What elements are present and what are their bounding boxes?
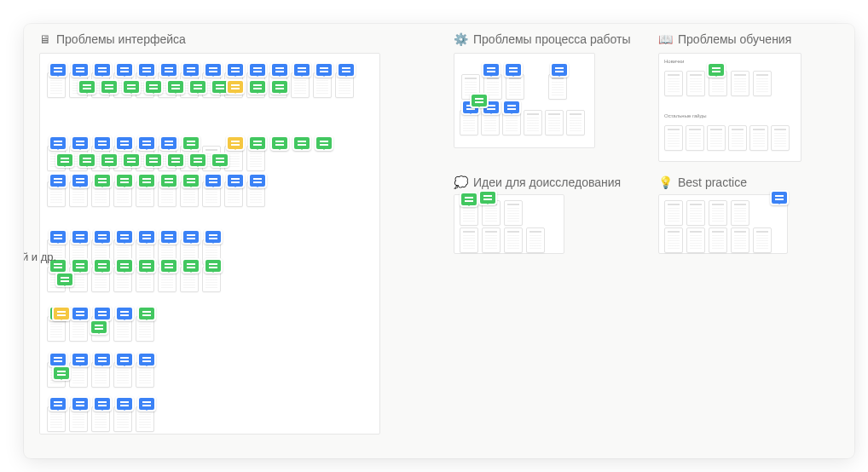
note-card[interactable] xyxy=(504,227,523,253)
comment-pin-icon[interactable] xyxy=(226,79,245,95)
comment-pin-icon[interactable] xyxy=(226,173,245,188)
comment-pin-icon[interactable] xyxy=(115,135,134,151)
comment-pin-icon[interactable] xyxy=(502,100,521,115)
comment-pin-icon[interactable] xyxy=(55,153,74,168)
comment-pin-icon[interactable] xyxy=(248,62,267,78)
comment-pin-icon[interactable] xyxy=(707,62,726,78)
comment-pin-icon[interactable] xyxy=(71,173,90,188)
note-card[interactable] xyxy=(709,227,727,253)
comment-pin-icon[interactable] xyxy=(315,62,333,78)
comment-pin-icon[interactable] xyxy=(144,153,163,168)
comment-pin-icon[interactable] xyxy=(226,135,245,151)
whiteboard-canvas[interactable]: 🖥 Проблемы интерфейса ⚙️ Проблемы процес… xyxy=(24,24,854,458)
note-card[interactable] xyxy=(753,227,772,253)
frame-process[interactable] xyxy=(454,53,595,148)
comment-pin-icon[interactable] xyxy=(93,173,112,188)
comment-pin-icon[interactable] xyxy=(159,62,178,78)
comment-pin-icon[interactable] xyxy=(90,319,108,335)
comment-pin-icon[interactable] xyxy=(122,79,141,95)
comment-pin-icon[interactable] xyxy=(482,62,501,78)
note-card[interactable] xyxy=(664,71,683,96)
comment-pin-icon[interactable] xyxy=(137,173,156,188)
comment-pin-icon[interactable] xyxy=(270,135,289,151)
comment-pin-icon[interactable] xyxy=(49,396,67,412)
comment-pin-icon[interactable] xyxy=(71,396,90,412)
comment-pin-icon[interactable] xyxy=(292,62,311,78)
comment-pin-icon[interactable] xyxy=(204,173,223,188)
comment-pin-icon[interactable] xyxy=(292,135,311,151)
comment-pin-icon[interactable] xyxy=(248,79,267,95)
note-card[interactable] xyxy=(753,71,772,96)
comment-pin-icon[interactable] xyxy=(159,258,178,273)
frame-training[interactable]: Новички Остальные гайды xyxy=(658,53,801,162)
comment-pin-icon[interactable] xyxy=(49,229,67,245)
comment-pin-icon[interactable] xyxy=(315,135,333,151)
comment-pin-icon[interactable] xyxy=(93,352,112,367)
comment-pin-icon[interactable] xyxy=(93,229,112,245)
comment-pin-icon[interactable] xyxy=(78,153,96,168)
note-card[interactable] xyxy=(664,227,683,253)
note-card[interactable] xyxy=(524,110,542,135)
comment-pin-icon[interactable] xyxy=(226,62,245,78)
comment-pin-icon[interactable] xyxy=(248,135,267,151)
comment-pin-icon[interactable] xyxy=(137,352,156,367)
frame-ideas[interactable] xyxy=(454,194,564,254)
note-card[interactable] xyxy=(731,200,749,226)
comment-pin-icon[interactable] xyxy=(137,62,156,78)
note-card[interactable] xyxy=(749,125,768,151)
note-card[interactable] xyxy=(686,125,704,151)
comment-pin-icon[interactable] xyxy=(166,79,185,95)
comment-pin-icon[interactable] xyxy=(115,62,134,78)
comment-pin-icon[interactable] xyxy=(137,135,156,151)
comment-pin-icon[interactable] xyxy=(71,62,90,78)
comment-pin-icon[interactable] xyxy=(182,62,200,78)
note-card[interactable] xyxy=(686,71,705,96)
comment-pin-icon[interactable] xyxy=(182,258,200,273)
comment-pin-icon[interactable] xyxy=(159,135,178,151)
comment-pin-icon[interactable] xyxy=(337,62,356,78)
comment-pin-icon[interactable] xyxy=(770,190,789,205)
comment-pin-icon[interactable] xyxy=(270,79,289,95)
comment-pin-icon[interactable] xyxy=(78,79,96,95)
comment-pin-icon[interactable] xyxy=(122,153,141,168)
comment-pin-icon[interactable] xyxy=(55,272,74,287)
note-card[interactable] xyxy=(731,71,749,96)
comment-pin-icon[interactable] xyxy=(71,306,90,321)
comment-pin-icon[interactable] xyxy=(93,62,112,78)
comment-pin-icon[interactable] xyxy=(144,79,163,95)
note-card[interactable] xyxy=(686,200,705,226)
comment-pin-icon[interactable] xyxy=(100,79,119,95)
comment-pin-icon[interactable] xyxy=(115,396,134,412)
comment-pin-icon[interactable] xyxy=(93,396,112,412)
comment-pin-icon[interactable] xyxy=(49,62,67,78)
comment-pin-icon[interactable] xyxy=(93,258,112,273)
comment-pin-icon[interactable] xyxy=(115,173,134,188)
comment-pin-icon[interactable] xyxy=(159,229,178,245)
comment-pin-icon[interactable] xyxy=(182,135,200,151)
comment-pin-icon[interactable] xyxy=(137,396,156,412)
comment-pin-icon[interactable] xyxy=(188,79,207,95)
comment-pin-icon[interactable] xyxy=(137,306,156,321)
comment-pin-icon[interactable] xyxy=(159,173,178,188)
note-card[interactable] xyxy=(771,125,790,151)
comment-pin-icon[interactable] xyxy=(52,366,71,381)
frame-interface[interactable] xyxy=(39,53,380,435)
comment-pin-icon[interactable] xyxy=(204,229,223,245)
comment-pin-icon[interactable] xyxy=(115,229,134,245)
comment-pin-icon[interactable] xyxy=(211,153,229,168)
frame-bestpractice[interactable] xyxy=(658,194,788,254)
comment-pin-icon[interactable] xyxy=(460,192,478,207)
comment-pin-icon[interactable] xyxy=(71,135,90,151)
comment-pin-icon[interactable] xyxy=(270,62,289,78)
comment-pin-icon[interactable] xyxy=(204,62,223,78)
note-card[interactable] xyxy=(566,110,585,135)
note-card[interactable] xyxy=(664,200,683,226)
note-card[interactable] xyxy=(504,200,523,226)
comment-pin-icon[interactable] xyxy=(71,352,90,367)
comment-pin-icon[interactable] xyxy=(115,258,134,273)
comment-pin-icon[interactable] xyxy=(100,153,119,168)
comment-pin-icon[interactable] xyxy=(49,173,67,188)
comment-pin-icon[interactable] xyxy=(204,258,223,273)
comment-pin-icon[interactable] xyxy=(115,306,134,321)
comment-pin-icon[interactable] xyxy=(137,229,156,245)
